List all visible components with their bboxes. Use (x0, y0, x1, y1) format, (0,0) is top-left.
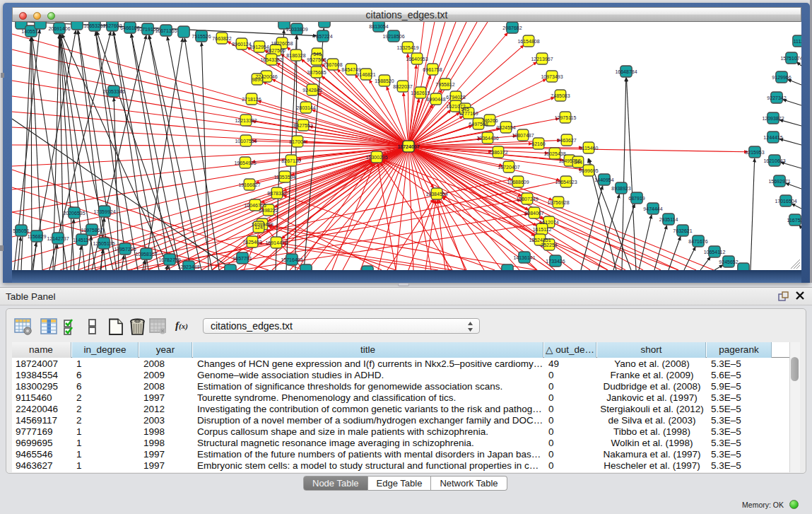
svg-text:12213382: 12213382 (235, 118, 257, 123)
svg-text:252254: 252254 (541, 243, 557, 247)
svg-text:10688609: 10688609 (507, 180, 529, 185)
svg-text:844: 844 (574, 160, 582, 165)
svg-text:8267130: 8267130 (281, 158, 300, 163)
svg-text:6961758: 6961758 (423, 67, 442, 72)
svg-text:1733426: 1733426 (546, 259, 565, 264)
svg-text:817004: 817004 (289, 139, 305, 144)
svg-text:1588520: 1588520 (375, 78, 394, 83)
svg-text:9890: 9890 (252, 77, 263, 82)
svg-text:16782759: 16782759 (158, 257, 180, 262)
svg-text:2803144: 2803144 (296, 105, 315, 110)
svg-text:1405572: 1405572 (21, 29, 40, 34)
svg-text:20053346: 20053346 (102, 89, 124, 94)
svg-text:18724007: 18724007 (397, 144, 419, 149)
svg-text:20691406: 20691406 (48, 26, 70, 31)
svg-text:9827500: 9827500 (266, 48, 285, 53)
svg-text:1362615: 1362615 (411, 90, 430, 95)
svg-text:18226058: 18226058 (271, 41, 293, 46)
svg-text:9527508: 9527508 (307, 57, 326, 62)
svg-text:9777169: 9777169 (459, 111, 478, 116)
svg-text:546: 546 (313, 52, 322, 57)
svg-text:15807249: 15807249 (516, 197, 538, 201)
svg-text:8990448: 8990448 (426, 97, 445, 102)
svg-text:16543382: 16543382 (260, 57, 282, 62)
svg-text:8454749: 8454749 (341, 67, 360, 72)
svg-text:1612074: 1612074 (539, 220, 558, 225)
svg-text:8813054: 8813054 (369, 24, 388, 29)
svg-text:9245652: 9245652 (719, 259, 738, 264)
svg-text:2718126: 2718126 (242, 97, 261, 102)
svg-text:12093872: 12093872 (762, 116, 784, 121)
svg-text:16914479: 16914479 (265, 240, 287, 245)
svg-text:1527602: 1527602 (102, 23, 122, 28)
svg-text:1112: 1112 (794, 39, 801, 44)
svg-text:7625402: 7625402 (242, 240, 261, 245)
svg-text:8960124: 8960124 (232, 42, 251, 47)
svg-text:12923448: 12923448 (177, 264, 199, 269)
svg-text:13325419: 13325419 (396, 45, 418, 50)
svg-text:1615112: 1615112 (533, 227, 552, 232)
svg-text:7515526: 7515526 (192, 34, 211, 39)
svg-text:20206535: 20206535 (63, 211, 85, 216)
svg-text:1244415: 1244415 (763, 135, 782, 140)
svg-text:124: 124 (254, 225, 263, 230)
svg-text:19166827: 19166827 (238, 182, 260, 187)
svg-text:17016504: 17016504 (775, 199, 796, 204)
svg-text:8822037: 8822037 (393, 84, 412, 89)
svg-text:9657791: 9657791 (233, 256, 252, 261)
svg-text:16640953: 16640953 (406, 57, 428, 62)
svg-text:9129966: 9129966 (772, 75, 791, 80)
svg-text:17359924: 17359924 (93, 209, 115, 214)
svg-text:15751074: 15751074 (780, 56, 801, 61)
svg-text:7386372: 7386372 (488, 150, 507, 155)
svg-text:9084067: 9084067 (524, 211, 543, 216)
svg-text:19654923: 19654923 (555, 180, 577, 185)
svg-text:12213967: 12213967 (531, 57, 553, 62)
svg-text:687919: 687919 (628, 196, 645, 201)
svg-text:19654925: 19654925 (234, 160, 256, 165)
svg-text:20364436: 20364436 (476, 136, 498, 141)
svg-text:12142737: 12142737 (47, 236, 69, 241)
svg-text:16033809: 16033809 (286, 27, 307, 32)
svg-text:10025438: 10025438 (543, 151, 565, 156)
svg-text:6497568: 6497568 (469, 122, 488, 127)
svg-text:7857224: 7857224 (313, 34, 332, 39)
svg-text:19975867: 19975867 (81, 228, 102, 233)
svg-text:9115460: 9115460 (579, 146, 599, 151)
svg-text:18524851: 18524851 (529, 238, 551, 243)
svg-text:535051: 535051 (13, 228, 29, 233)
svg-text:19218506: 19218506 (382, 34, 404, 39)
svg-text:14136141: 14136141 (513, 255, 535, 260)
svg-text:16210643: 16210643 (763, 158, 785, 163)
svg-text:1156829: 1156829 (28, 234, 47, 239)
svg-text:8471676: 8471676 (688, 239, 707, 244)
svg-text:2367608: 2367608 (323, 62, 342, 67)
svg-text:1145114: 1145114 (73, 238, 91, 243)
svg-text:15720407: 15720407 (498, 165, 519, 170)
svg-text:10654112: 10654112 (704, 250, 726, 255)
svg-text:3824554: 3824554 (496, 125, 515, 130)
svg-text:6794028: 6794028 (446, 95, 465, 100)
svg-text:19756928: 19756928 (547, 200, 569, 205)
svg-text:62160: 62160 (531, 141, 546, 146)
svg-text:8938923: 8938923 (611, 186, 630, 191)
svg-text:15692971: 15692971 (768, 179, 790, 184)
svg-text:16648784: 16648784 (615, 69, 637, 74)
svg-text:9227342: 9227342 (767, 95, 786, 100)
svg-text:9699695: 9699695 (579, 168, 598, 173)
svg-text:15300295: 15300295 (365, 155, 387, 160)
svg-text:8215953: 8215953 (745, 150, 764, 155)
svg-text:1440954: 1440954 (594, 177, 613, 182)
svg-text:10046705: 10046705 (244, 203, 266, 208)
svg-text:5498222: 5498222 (259, 208, 278, 213)
svg-text:3875685: 3875685 (307, 70, 326, 75)
svg-text:15716485: 15716485 (281, 257, 302, 262)
svg-text:10107554: 10107554 (235, 139, 257, 144)
svg-text:19384554: 19384554 (425, 192, 447, 197)
svg-text:10958107: 10958107 (135, 252, 157, 257)
svg-text:116753: 116753 (787, 218, 801, 223)
svg-text:12975115: 12975115 (555, 115, 577, 120)
svg-text:2087682: 2087682 (502, 25, 522, 30)
svg-text:7485083: 7485083 (551, 93, 570, 98)
svg-text:12505135: 12505135 (93, 241, 114, 246)
